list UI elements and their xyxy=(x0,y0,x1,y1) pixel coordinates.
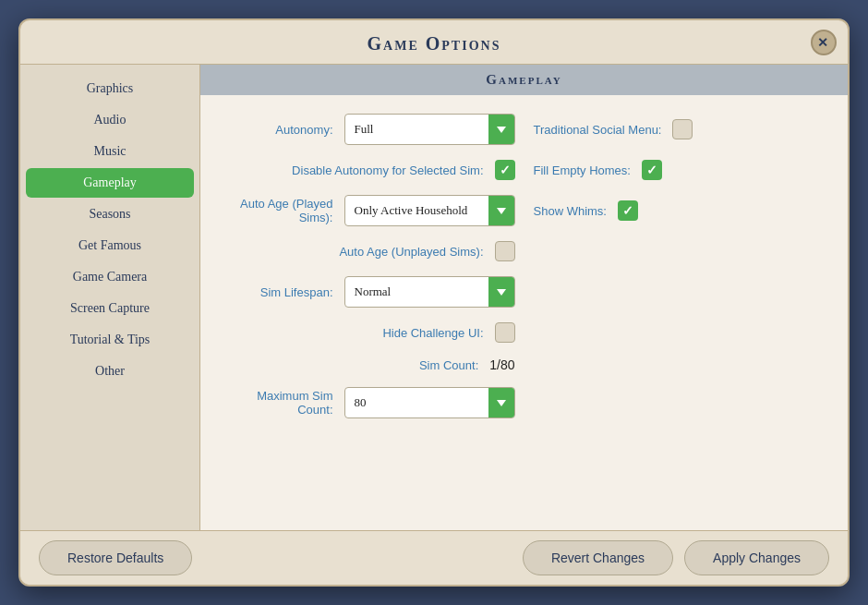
apply-changes-button[interactable]: Apply Changes xyxy=(684,540,829,575)
fill-empty-homes-label: Fill Empty Homes: xyxy=(534,163,631,177)
traditional-social-label: Traditional Social Menu: xyxy=(534,123,662,137)
sim-lifespan-dropdown-btn[interactable] xyxy=(488,277,514,307)
autonomy-dropdown-btn[interactable] xyxy=(488,115,514,144)
auto-age-played-label: Auto Age (Played Sims): xyxy=(228,197,333,224)
settings-row-disable-autonomy: Disable Autonomy for Selected Sim: Fill … xyxy=(228,160,820,180)
hide-challenge-left: Hide Challenge UI: xyxy=(228,322,515,343)
auto-age-unplayed-checkbox[interactable] xyxy=(495,241,515,261)
restore-defaults-button[interactable]: Restore Defaults xyxy=(39,540,192,575)
sidebar-item-screen-capture[interactable]: Screen Capture xyxy=(26,294,194,323)
auto-age-played-value: Only Active Household xyxy=(345,198,488,224)
auto-age-played-dropdown-btn[interactable] xyxy=(488,196,514,225)
settings-row-autonomy: Autonomy: Full Traditional Social Menu: xyxy=(228,114,820,145)
sidebar: Graphics Audio Music Gameplay Seasons Ge… xyxy=(20,65,200,530)
sidebar-item-game-camera[interactable]: Game Camera xyxy=(26,262,194,292)
game-options-dialog: Game Options ✕ Graphics Audio Music Game… xyxy=(18,18,850,587)
traditional-social-right: Traditional Social Menu: xyxy=(534,119,821,139)
sidebar-item-audio[interactable]: Audio xyxy=(26,105,194,135)
max-sim-count-dropdown-arrow xyxy=(497,400,506,406)
max-sim-count-dropdown[interactable]: 80 xyxy=(344,387,515,418)
sidebar-item-tutorial-tips[interactable]: Tutorial & Tips xyxy=(26,325,194,355)
sim-lifespan-value: Normal xyxy=(345,279,488,305)
disable-autonomy-checkbox[interactable] xyxy=(495,160,515,180)
hide-challenge-label: Hide Challenge UI: xyxy=(382,326,483,340)
sidebar-item-other[interactable]: Other xyxy=(26,357,194,386)
sim-lifespan-left: Sim Lifespan: Normal xyxy=(228,276,515,308)
fill-empty-homes-checkbox[interactable] xyxy=(642,160,662,180)
dialog-footer: Restore Defaults Revert Changes Apply Ch… xyxy=(20,530,848,585)
auto-age-played-dropdown-arrow xyxy=(497,208,506,214)
main-content: Gameplay Autonomy: Full Tradi xyxy=(200,65,848,530)
settings-row-auto-age-played: Auto Age (Played Sims): Only Active Hous… xyxy=(228,195,820,226)
sidebar-item-graphics[interactable]: Graphics xyxy=(26,74,194,103)
revert-changes-button[interactable]: Revert Changes xyxy=(523,540,673,575)
traditional-social-checkbox[interactable] xyxy=(672,119,693,139)
dialog-header: Game Options ✕ xyxy=(20,20,848,65)
max-sim-count-value: 80 xyxy=(345,390,488,416)
sim-lifespan-dropdown[interactable]: Normal xyxy=(344,276,515,308)
settings-area: Autonomy: Full Traditional Social Menu: xyxy=(200,95,848,530)
settings-row-sim-count: Sim Count: 1/80 xyxy=(228,357,820,372)
max-sim-count-left: Maximum Sim Count: 80 xyxy=(228,387,515,418)
close-button[interactable]: ✕ xyxy=(811,30,837,55)
fill-empty-homes-right: Fill Empty Homes: xyxy=(534,160,821,180)
auto-age-played-left: Auto Age (Played Sims): Only Active Hous… xyxy=(228,195,515,226)
settings-row-max-sim-count: Maximum Sim Count: 80 xyxy=(228,387,820,418)
show-whims-label: Show Whims: xyxy=(534,204,607,218)
sim-count-label: Sim Count: xyxy=(419,358,478,372)
settings-row-auto-age-unplayed: Auto Age (Unplayed Sims): xyxy=(228,241,820,261)
dialog-title: Game Options xyxy=(368,33,501,54)
sim-count-left: Sim Count: 1/80 xyxy=(228,357,515,372)
sim-lifespan-dropdown-arrow xyxy=(497,289,506,296)
section-header: Gameplay xyxy=(200,65,848,95)
sim-count-value: 1/80 xyxy=(489,357,514,372)
sidebar-item-music[interactable]: Music xyxy=(26,137,194,166)
autonomy-dropdown[interactable]: Full xyxy=(344,114,515,145)
dialog-body: Graphics Audio Music Gameplay Seasons Ge… xyxy=(20,65,848,530)
auto-age-unplayed-left: Auto Age (Unplayed Sims): xyxy=(228,241,515,261)
max-sim-count-label: Maximum Sim Count: xyxy=(228,389,333,417)
settings-row-sim-lifespan: Sim Lifespan: Normal xyxy=(228,276,820,308)
disable-autonomy-label: Disable Autonomy for Selected Sim: xyxy=(292,163,483,177)
sim-lifespan-label: Sim Lifespan: xyxy=(260,285,333,299)
autonomy-value: Full xyxy=(345,116,488,142)
autonomy-label: Autonomy: xyxy=(275,123,332,137)
hide-challenge-checkbox[interactable] xyxy=(495,322,515,343)
max-sim-count-dropdown-btn[interactable] xyxy=(488,388,514,417)
disable-autonomy-left: Disable Autonomy for Selected Sim: xyxy=(228,160,515,180)
sidebar-item-get-famous[interactable]: Get Famous xyxy=(26,231,194,260)
autonomy-dropdown-arrow xyxy=(497,127,506,133)
auto-age-unplayed-label: Auto Age (Unplayed Sims): xyxy=(339,245,483,259)
show-whims-right: Show Whims: xyxy=(534,200,821,221)
auto-age-played-dropdown[interactable]: Only Active Household xyxy=(344,195,515,226)
settings-row-hide-challenge: Hide Challenge UI: xyxy=(228,322,820,343)
footer-right: Revert Changes Apply Changes xyxy=(523,540,829,575)
autonomy-left: Autonomy: Full xyxy=(228,114,515,145)
show-whims-checkbox[interactable] xyxy=(618,200,638,221)
sidebar-item-seasons[interactable]: Seasons xyxy=(26,200,194,229)
sidebar-item-gameplay[interactable]: Gameplay xyxy=(26,168,194,198)
